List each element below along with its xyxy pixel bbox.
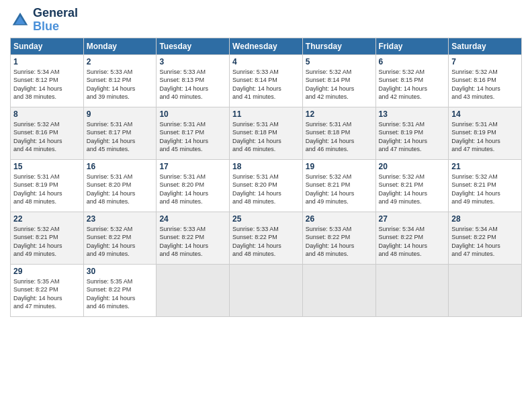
day-detail: Sunrise: 5:33 AM Sunset: 8:12 PM Dayligh… xyxy=(87,68,154,101)
calendar-cell: 26Sunrise: 5:33 AM Sunset: 8:22 PM Dayli… xyxy=(302,212,375,264)
calendar-cell: 19Sunrise: 5:32 AM Sunset: 8:21 PM Dayli… xyxy=(302,159,375,212)
day-detail: Sunrise: 5:35 AM Sunset: 8:22 PM Dayligh… xyxy=(13,277,81,311)
logo: General Blue xyxy=(10,7,78,34)
day-detail: Sunrise: 5:31 AM Sunset: 8:20 PM Dayligh… xyxy=(232,173,300,206)
calendar-cell: 5Sunrise: 5:32 AM Sunset: 8:14 PM Daylig… xyxy=(302,54,375,107)
day-number: 11 xyxy=(232,109,300,119)
day-number: 16 xyxy=(87,162,154,171)
day-number: 2 xyxy=(87,57,154,66)
calendar-cell: 6Sunrise: 5:32 AM Sunset: 8:15 PM Daylig… xyxy=(375,54,449,107)
calendar-week-1: 1Sunrise: 5:34 AM Sunset: 8:12 PM Daylig… xyxy=(11,54,522,107)
day-number: 1 xyxy=(13,57,81,66)
main-container: General Blue SundayMondayTuesdayWednesda… xyxy=(0,0,532,324)
calendar-cell xyxy=(230,264,303,316)
day-number: 30 xyxy=(87,267,154,276)
calendar-week-2: 8Sunrise: 5:32 AM Sunset: 8:16 PM Daylig… xyxy=(11,107,522,159)
calendar-header-row: SundayMondayTuesdayWednesdayThursdayFrid… xyxy=(11,38,522,54)
calendar-cell: 12Sunrise: 5:31 AM Sunset: 8:18 PM Dayli… xyxy=(302,107,375,159)
day-number: 12 xyxy=(306,109,373,119)
header: General Blue xyxy=(10,7,522,34)
day-detail: Sunrise: 5:31 AM Sunset: 8:17 PM Dayligh… xyxy=(159,120,226,154)
calendar-cell: 15Sunrise: 5:31 AM Sunset: 8:19 PM Dayli… xyxy=(11,159,84,212)
calendar-cell: 22Sunrise: 5:32 AM Sunset: 8:21 PM Dayli… xyxy=(11,212,84,264)
day-number: 19 xyxy=(306,162,373,171)
day-number: 29 xyxy=(13,267,81,276)
day-detail: Sunrise: 5:32 AM Sunset: 8:21 PM Dayligh… xyxy=(13,225,81,259)
calendar-cell: 9Sunrise: 5:31 AM Sunset: 8:17 PM Daylig… xyxy=(83,107,157,159)
calendar-cell xyxy=(157,264,230,316)
calendar-cell xyxy=(449,264,522,316)
calendar-cell xyxy=(302,264,375,316)
day-detail: Sunrise: 5:32 AM Sunset: 8:16 PM Dayligh… xyxy=(13,120,81,154)
day-number: 14 xyxy=(451,109,519,119)
calendar-cell: 10Sunrise: 5:31 AM Sunset: 8:17 PM Dayli… xyxy=(157,107,230,159)
day-detail: Sunrise: 5:33 AM Sunset: 8:14 PM Dayligh… xyxy=(232,68,300,101)
day-detail: Sunrise: 5:34 AM Sunset: 8:12 PM Dayligh… xyxy=(13,68,81,101)
day-number: 10 xyxy=(159,109,226,119)
day-number: 4 xyxy=(232,57,300,66)
day-number: 13 xyxy=(379,109,446,119)
day-number: 26 xyxy=(306,214,373,224)
day-detail: Sunrise: 5:32 AM Sunset: 8:21 PM Dayligh… xyxy=(379,173,446,206)
day-detail: Sunrise: 5:32 AM Sunset: 8:14 PM Dayligh… xyxy=(306,68,373,101)
day-detail: Sunrise: 5:32 AM Sunset: 8:15 PM Dayligh… xyxy=(379,68,446,101)
calendar-cell: 20Sunrise: 5:32 AM Sunset: 8:21 PM Dayli… xyxy=(375,159,449,212)
calendar-cell: 14Sunrise: 5:31 AM Sunset: 8:19 PM Dayli… xyxy=(449,107,522,159)
header-wednesday: Wednesday xyxy=(230,38,303,54)
header-friday: Friday xyxy=(375,38,449,54)
header-sunday: Sunday xyxy=(11,38,84,54)
calendar-cell: 1Sunrise: 5:34 AM Sunset: 8:12 PM Daylig… xyxy=(11,54,84,107)
day-number: 17 xyxy=(159,162,226,171)
calendar-cell: 2Sunrise: 5:33 AM Sunset: 8:12 PM Daylig… xyxy=(83,54,157,107)
day-number: 25 xyxy=(232,214,300,224)
calendar-cell: 21Sunrise: 5:32 AM Sunset: 8:21 PM Dayli… xyxy=(449,159,522,212)
day-number: 5 xyxy=(306,57,373,66)
day-detail: Sunrise: 5:31 AM Sunset: 8:19 PM Dayligh… xyxy=(379,120,446,154)
header-saturday: Saturday xyxy=(449,38,522,54)
calendar-week-4: 22Sunrise: 5:32 AM Sunset: 8:21 PM Dayli… xyxy=(11,212,522,264)
day-number: 23 xyxy=(87,214,154,224)
calendar-cell: 8Sunrise: 5:32 AM Sunset: 8:16 PM Daylig… xyxy=(11,107,84,159)
calendar-table: SundayMondayTuesdayWednesdayThursdayFrid… xyxy=(10,38,522,317)
day-number: 18 xyxy=(232,162,300,171)
day-number: 20 xyxy=(379,162,446,171)
day-number: 15 xyxy=(13,162,81,171)
calendar-cell: 13Sunrise: 5:31 AM Sunset: 8:19 PM Dayli… xyxy=(375,107,449,159)
day-detail: Sunrise: 5:31 AM Sunset: 8:18 PM Dayligh… xyxy=(306,120,373,154)
day-number: 24 xyxy=(159,214,226,224)
day-number: 6 xyxy=(379,57,446,66)
header-monday: Monday xyxy=(83,38,157,54)
day-detail: Sunrise: 5:33 AM Sunset: 8:13 PM Dayligh… xyxy=(159,68,226,101)
calendar-cell: 17Sunrise: 5:31 AM Sunset: 8:20 PM Dayli… xyxy=(157,159,230,212)
day-number: 8 xyxy=(13,109,81,119)
day-number: 3 xyxy=(159,57,226,66)
calendar-cell: 18Sunrise: 5:31 AM Sunset: 8:20 PM Dayli… xyxy=(230,159,303,212)
day-number: 7 xyxy=(451,57,519,66)
day-detail: Sunrise: 5:35 AM Sunset: 8:22 PM Dayligh… xyxy=(87,277,154,311)
day-detail: Sunrise: 5:33 AM Sunset: 8:22 PM Dayligh… xyxy=(159,225,226,259)
day-detail: Sunrise: 5:31 AM Sunset: 8:20 PM Dayligh… xyxy=(159,173,226,206)
calendar-cell: 29Sunrise: 5:35 AM Sunset: 8:22 PM Dayli… xyxy=(11,264,84,316)
calendar-cell: 11Sunrise: 5:31 AM Sunset: 8:18 PM Dayli… xyxy=(230,107,303,159)
calendar-cell: 25Sunrise: 5:33 AM Sunset: 8:22 PM Dayli… xyxy=(230,212,303,264)
day-number: 28 xyxy=(451,214,519,224)
calendar-cell: 4Sunrise: 5:33 AM Sunset: 8:14 PM Daylig… xyxy=(230,54,303,107)
calendar-cell: 3Sunrise: 5:33 AM Sunset: 8:13 PM Daylig… xyxy=(157,54,230,107)
day-number: 27 xyxy=(379,214,446,224)
day-detail: Sunrise: 5:34 AM Sunset: 8:22 PM Dayligh… xyxy=(451,225,519,259)
calendar-cell: 27Sunrise: 5:34 AM Sunset: 8:22 PM Dayli… xyxy=(375,212,449,264)
calendar-week-5: 29Sunrise: 5:35 AM Sunset: 8:22 PM Dayli… xyxy=(11,264,522,316)
calendar-week-3: 15Sunrise: 5:31 AM Sunset: 8:19 PM Dayli… xyxy=(11,159,522,212)
header-thursday: Thursday xyxy=(302,38,375,54)
day-number: 22 xyxy=(13,214,81,224)
day-detail: Sunrise: 5:32 AM Sunset: 8:22 PM Dayligh… xyxy=(87,225,154,259)
day-detail: Sunrise: 5:32 AM Sunset: 8:21 PM Dayligh… xyxy=(451,173,519,206)
day-detail: Sunrise: 5:31 AM Sunset: 8:19 PM Dayligh… xyxy=(451,120,519,154)
calendar-cell: 24Sunrise: 5:33 AM Sunset: 8:22 PM Dayli… xyxy=(157,212,230,264)
day-detail: Sunrise: 5:32 AM Sunset: 8:16 PM Dayligh… xyxy=(451,68,519,101)
day-detail: Sunrise: 5:31 AM Sunset: 8:17 PM Dayligh… xyxy=(87,120,154,154)
calendar-cell: 16Sunrise: 5:31 AM Sunset: 8:20 PM Dayli… xyxy=(83,159,157,212)
day-detail: Sunrise: 5:31 AM Sunset: 8:20 PM Dayligh… xyxy=(87,173,154,206)
calendar-cell xyxy=(375,264,449,316)
calendar-cell: 30Sunrise: 5:35 AM Sunset: 8:22 PM Dayli… xyxy=(83,264,157,316)
